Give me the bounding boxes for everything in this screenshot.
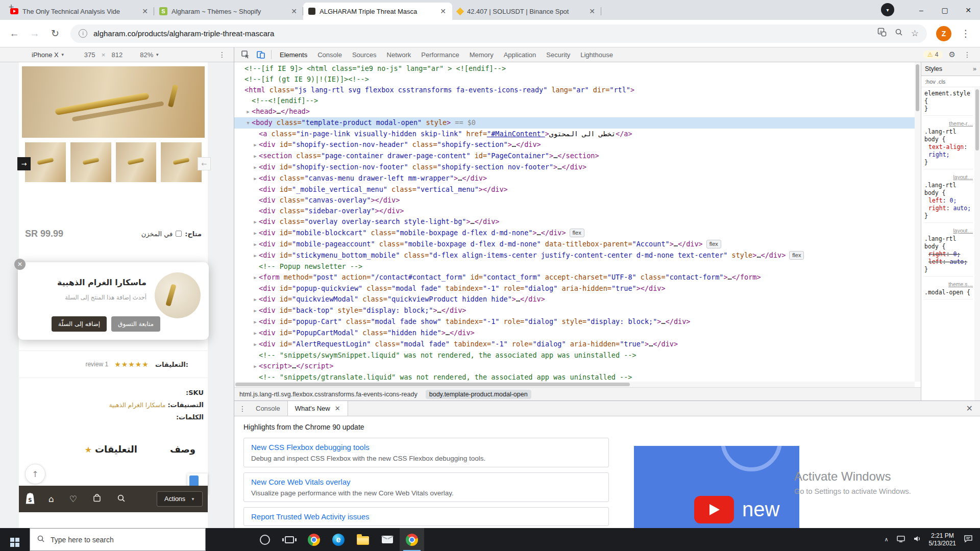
dom-tree-line[interactable]: <!--[if IE 9]> <html class="ie9 no-js" l… [234, 63, 921, 74]
dom-tree-line[interactable]: ▶<head>…</head> [234, 106, 921, 117]
minimize-button[interactable]: – [910, 0, 933, 20]
breadcrumb-html[interactable]: html.js.lang-rtl.svg.flexbox.csstransfor… [239, 391, 418, 398]
devtools-tab-sources[interactable]: Sources [347, 47, 382, 62]
css-rule[interactable]: theme-r….lang-rtl body {text-align: righ… [924, 120, 973, 169]
expand-arrow-icon[interactable]: ▶ [252, 339, 259, 350]
css-property[interactable]: text-align: right; [924, 143, 973, 159]
devtools-tab-application[interactable]: Application [499, 47, 542, 62]
expand-arrow-icon[interactable]: ▶ [252, 251, 259, 261]
expand-arrow-icon[interactable]: ▶ [252, 151, 259, 162]
tab-comments[interactable]: التعليقات★ [85, 444, 137, 455]
dom-tree-line[interactable]: <html class="js lang-rtl svg flexbox css… [234, 85, 921, 95]
drawer-close-icon[interactable]: ✕ [959, 401, 980, 416]
expand-arrow-icon[interactable]: ▶ [252, 140, 259, 151]
device-width-input[interactable]: 375 [79, 51, 101, 59]
edge-icon[interactable] [326, 528, 351, 551]
dom-tree-line[interactable]: <!--[if (gt IE 9)|!(IE)]><!--> [234, 74, 921, 85]
product-thumbnail[interactable] [116, 142, 157, 182]
cortana-icon[interactable] [253, 528, 277, 551]
taskbar-search[interactable]: Type here to search [30, 528, 206, 551]
dom-tree-line[interactable]: ▶<div id="popup-Cart" class="modal fade … [234, 316, 921, 328]
devtools-tab-elements[interactable]: Elements [275, 47, 312, 62]
dom-tree-line[interactable]: ▶<section class="page-container drawer-p… [234, 151, 921, 162]
devtools-tab-network[interactable]: Network [382, 47, 416, 62]
browser-tab[interactable]: The Only Technical Analysis Vide✕ [5, 3, 154, 20]
expand-arrow-icon[interactable]: ▶ [252, 272, 259, 283]
drawer-tab-console[interactable]: Console [249, 401, 287, 416]
devtools-menu-icon[interactable]: ⋮ [962, 51, 973, 59]
network-icon[interactable] [896, 535, 905, 544]
dom-tree-line[interactable]: ▶<div id="PopupCartModal" class="hidden … [234, 328, 921, 339]
dom-tree-line[interactable]: ▶<div id="mobile-pageaccount" class="mob… [234, 239, 921, 250]
address-bar[interactable]: i algharam.co/products/algharam-triple-t… [70, 24, 927, 43]
home-icon[interactable]: ⌂ [48, 495, 54, 504]
tab-styles[interactable]: Styles [925, 65, 942, 72]
dom-tree-line[interactable]: ▶<div id="shopify-section-nov-footer" cl… [234, 162, 921, 173]
flex-badge[interactable]: flex [789, 251, 804, 260]
expand-arrow-icon[interactable]: ▶ [252, 217, 259, 228]
actions-dropdown[interactable]: Actions▼ [157, 491, 203, 507]
carousel-prev-icon[interactable]: → [17, 157, 31, 170]
dom-tree-line[interactable]: ▶<div id="back-top" style="display: bloc… [234, 305, 921, 316]
refresh-icon[interactable]: ↻ [46, 24, 64, 43]
expand-arrow-icon[interactable]: ▶ [252, 173, 259, 184]
device-toolbar-toggle-icon[interactable] [254, 48, 268, 61]
dom-tree-line[interactable]: <div class="sidebar-overlay"></div> [234, 206, 921, 216]
tab-close-icon[interactable]: ✕ [439, 7, 447, 15]
collapse-arrow-icon[interactable]: ▼ [244, 118, 252, 129]
product-thumbnail[interactable] [161, 142, 202, 182]
dom-tree-line[interactable]: <!-- Popup newsletter --> [234, 261, 921, 272]
dom-tree-line[interactable]: ▶<div id="stickymenu_bottom_mobile" clas… [234, 250, 921, 261]
more-tabs-icon[interactable]: » [973, 65, 976, 72]
css-rule[interactable]: layout….lang-rtl body {right: 0;left: au… [924, 227, 973, 277]
css-property[interactable]: left: 0; [924, 197, 973, 205]
search-icon[interactable] [117, 494, 126, 505]
volume-icon[interactable] [913, 535, 921, 544]
card-title-link[interactable]: New CSS Flexbox debugging tools [251, 443, 601, 452]
styles-scrollbar[interactable] [974, 88, 980, 400]
tab-description[interactable]: وصف [170, 444, 195, 455]
whats-new-card[interactable]: New Core Web Vitals overlayVisualize pag… [243, 472, 609, 502]
wishlist-heart-icon[interactable]: ♡ [69, 495, 77, 504]
start-button[interactable] [0, 528, 30, 551]
flex-badge[interactable]: flex [706, 240, 721, 248]
devtools-tab-lighthouse[interactable]: Lighthouse [575, 47, 618, 62]
tray-expand-icon[interactable]: ∧ [885, 536, 889, 543]
review-count[interactable]: review 1 [85, 361, 108, 368]
page-info-icon[interactable]: i [79, 29, 87, 38]
stylesheet-link[interactable]: layout… [924, 173, 973, 181]
dom-tree-line[interactable]: ▶<div class="overlay overlay-search styl… [234, 216, 921, 228]
whats-new-card[interactable]: Report Trusted Web Activity issues [243, 507, 609, 526]
dom-tree-line[interactable]: ▶<div id="mobile-blockcart" class="mobil… [234, 228, 921, 239]
back-to-top-button[interactable]: ↑ [25, 464, 45, 484]
tab-close-icon[interactable]: ✕ [588, 7, 596, 15]
dom-tree-line[interactable]: ▶<div id="quickviewModal" class="quickvi… [234, 294, 921, 305]
css-rule[interactable]: layout….lang-rtl body {left: 0;right: au… [924, 173, 973, 223]
drawer-menu-icon[interactable]: ⋮ [236, 401, 249, 416]
dom-tree-line[interactable]: <div id="popup-quickview" class="modal f… [234, 283, 921, 294]
dom-tree-line[interactable]: ▶<div id="shopify-section-nov-header" cl… [234, 139, 921, 151]
stylesheet-link[interactable]: theme.s… [924, 281, 973, 288]
device-height-input[interactable]: 812 [106, 51, 128, 59]
zoom-icon[interactable] [895, 28, 903, 39]
settings-gear-icon[interactable]: ⚙ [949, 50, 955, 59]
dom-tree-line[interactable]: <div id="_mobile_vertical_menu" class="v… [234, 184, 921, 195]
inspect-element-icon[interactable] [238, 48, 253, 61]
whats-new-card[interactable]: New CSS Flexbox debugging toolsDebug and… [243, 438, 609, 467]
youtube-play-icon[interactable] [694, 496, 734, 523]
device-select[interactable]: iPhone X▼ [32, 51, 65, 59]
dom-tree-line[interactable]: <!--<![endif]--> [234, 95, 921, 106]
expand-arrow-icon[interactable]: ▶ [252, 239, 259, 250]
dom-tree-line[interactable]: ▶<form method="post" action="/contact#co… [234, 272, 921, 283]
breadcrumb-body[interactable]: body.template-product.modal-open [426, 390, 531, 399]
css-rule[interactable]: element.style {} [924, 90, 973, 116]
styles-filter-toggles[interactable]: :hov .cls [925, 79, 945, 85]
browser-tab[interactable]: SAlgharam ~ Thèmes ~ Shopify✕ [154, 3, 303, 20]
taskbar-clock[interactable]: 2:21 PM 5/13/2021 [929, 532, 956, 547]
expand-arrow-icon[interactable]: ▶ [252, 294, 259, 305]
mail-icon[interactable] [375, 528, 400, 551]
profile-avatar[interactable]: Z [936, 26, 951, 41]
flex-badge[interactable]: flex [570, 229, 584, 237]
dom-tree-line[interactable]: <div class="canvas-overlay"></div> [234, 195, 921, 206]
product-thumbnail[interactable] [25, 142, 66, 182]
